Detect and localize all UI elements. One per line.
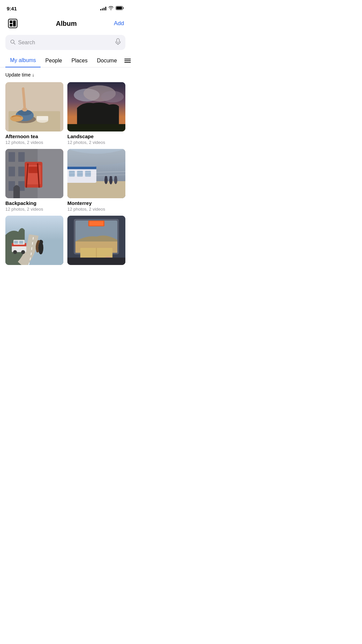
album-item[interactable]: Backpacking 12 photos, 2 videos xyxy=(5,149,63,212)
album-count: 12 photos, 2 videos xyxy=(5,140,63,145)
add-button[interactable]: Add xyxy=(114,20,124,27)
battery-icon xyxy=(116,6,124,11)
svg-rect-5 xyxy=(13,20,16,26)
svg-point-60 xyxy=(13,250,17,254)
svg-rect-40 xyxy=(67,181,125,198)
search-container: Search xyxy=(0,34,131,54)
svg-point-24 xyxy=(101,91,124,103)
svg-rect-43 xyxy=(69,171,75,176)
album-item[interactable] xyxy=(67,216,125,268)
svg-rect-69 xyxy=(89,221,103,225)
search-bar[interactable]: Search xyxy=(5,35,125,50)
search-icon xyxy=(10,39,15,46)
svg-point-61 xyxy=(21,250,25,254)
tab-documents[interactable]: Docume xyxy=(92,54,122,67)
album-item[interactable] xyxy=(5,216,63,268)
album-item[interactable]: Landscape 12 photos, 2 videos xyxy=(67,82,125,145)
album-count: 12 photos, 2 videos xyxy=(5,207,63,212)
svg-rect-8 xyxy=(117,39,119,43)
svg-point-49 xyxy=(105,176,107,179)
status-icons xyxy=(100,6,124,11)
svg-rect-30 xyxy=(9,167,15,176)
album-thumbnail xyxy=(67,82,125,131)
page-title: Album xyxy=(56,20,77,28)
svg-rect-4 xyxy=(10,24,12,26)
wifi-icon xyxy=(108,6,114,11)
tabs-bar: My albums People Places Docume xyxy=(0,54,131,67)
tab-people[interactable]: People xyxy=(41,54,67,67)
svg-rect-28 xyxy=(9,152,15,162)
svg-rect-42 xyxy=(67,167,97,169)
album-count: 12 photos, 2 videos xyxy=(67,207,125,212)
albums-grid: Afternoon tea 12 photos, 2 videos xyxy=(0,81,131,273)
svg-rect-1 xyxy=(116,7,122,9)
svg-rect-74 xyxy=(67,258,125,265)
svg-rect-58 xyxy=(14,241,18,244)
tab-my-albums[interactable]: My albums xyxy=(5,54,41,67)
svg-rect-36 xyxy=(28,167,38,173)
svg-rect-59 xyxy=(19,241,23,244)
sort-label[interactable]: Update time ↓ xyxy=(0,67,131,81)
svg-point-51 xyxy=(110,176,112,179)
tab-places[interactable]: Places xyxy=(67,54,92,67)
album-item[interactable]: Afternoon tea 12 photos, 2 videos xyxy=(5,82,63,145)
album-thumbnail xyxy=(5,82,63,131)
svg-rect-31 xyxy=(18,167,24,176)
svg-point-17 xyxy=(22,108,27,112)
album-count: 12 photos, 2 videos xyxy=(67,140,125,145)
album-name: Monterrey xyxy=(67,200,125,206)
tabs-more-button[interactable] xyxy=(122,55,131,66)
status-bar: 9:41 xyxy=(0,0,131,15)
svg-rect-3 xyxy=(10,20,12,23)
album-thumbnail xyxy=(5,149,63,198)
svg-rect-25 xyxy=(67,124,125,131)
album-name: Backpacking xyxy=(5,200,63,206)
status-time: 9:41 xyxy=(7,6,17,11)
svg-line-7 xyxy=(14,43,15,44)
sort-arrow-icon: ↓ xyxy=(32,72,34,77)
album-thumbnail xyxy=(67,149,125,198)
signal-icon xyxy=(100,6,106,10)
svg-rect-29 xyxy=(18,152,24,162)
svg-rect-2 xyxy=(8,19,17,28)
album-name: Afternoon tea xyxy=(5,133,63,139)
album-item[interactable]: Monterrey 12 photos, 2 videos xyxy=(67,149,125,212)
microphone-icon[interactable] xyxy=(115,38,121,47)
album-name: Landscape xyxy=(67,133,125,139)
album-thumbnail xyxy=(5,216,63,265)
header: Album Add xyxy=(0,15,131,34)
album-thumbnail xyxy=(67,216,125,265)
layout-icon[interactable] xyxy=(7,17,19,30)
svg-rect-19 xyxy=(37,116,48,120)
svg-point-53 xyxy=(114,176,117,179)
search-placeholder: Search xyxy=(18,40,113,46)
